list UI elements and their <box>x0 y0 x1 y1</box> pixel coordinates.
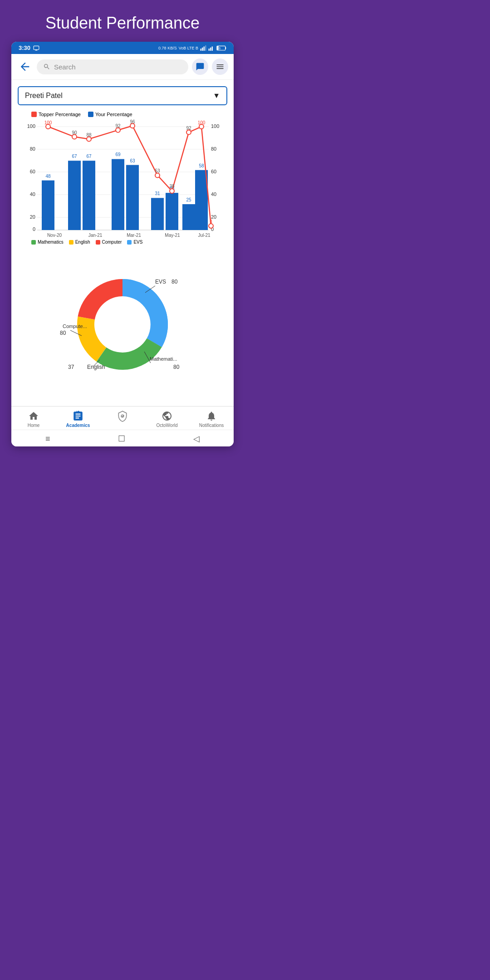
svg-rect-40 <box>151 198 164 230</box>
chat-icon <box>196 62 205 71</box>
english-value-donut: 37 <box>68 364 74 370</box>
page-title: Student Performance <box>0 0 245 42</box>
yours-legend-dot <box>88 112 93 117</box>
english-label-donut: English <box>87 364 105 370</box>
svg-rect-34 <box>83 161 95 230</box>
nav-home[interactable]: Home <box>20 410 47 428</box>
svg-text:100: 100 <box>44 120 52 125</box>
legend-computer: Computer <box>96 240 122 245</box>
svg-text:60: 60 <box>211 169 216 174</box>
svg-text:May-21: May-21 <box>165 233 180 238</box>
svg-text:100: 100 <box>27 123 35 129</box>
bar-chart-wrapper: 100 80 60 40 20 0 100 80 60 40 20 0 <box>18 120 227 238</box>
nav-notifications[interactable]: Notifications <box>198 410 225 428</box>
nav-home-label: Home <box>28 423 40 428</box>
home-icon <box>28 410 39 422</box>
nav-octoworld[interactable]: OctoWorld <box>153 410 181 428</box>
english-legend-color <box>69 240 74 245</box>
computer-value: 80 <box>60 330 66 336</box>
chart-legend-top: Topper Percentage Your Percentage <box>31 112 227 117</box>
evs-legend-color <box>127 240 132 245</box>
math-value: 80 <box>173 364 180 370</box>
search-bar[interactable]: Search <box>37 59 188 74</box>
svg-text:90: 90 <box>72 130 77 135</box>
svg-point-52 <box>116 128 120 132</box>
dropdown-arrow-icon: ▼ <box>213 92 220 100</box>
bottom-nav: Home Academics <box>11 406 234 430</box>
dropdown-selected-value: Preeti Patel <box>25 92 63 100</box>
math-label: Mathemati... <box>150 356 177 362</box>
svg-text:25: 25 <box>186 197 191 202</box>
svg-text:63: 63 <box>130 158 135 163</box>
svg-rect-9 <box>225 47 226 49</box>
computer-legend-color <box>96 240 100 245</box>
status-time: 3:30 <box>19 44 39 51</box>
system-menu-button[interactable]: ≡ <box>45 434 50 444</box>
system-home-button[interactable]: ☐ <box>118 434 125 444</box>
svg-rect-44 <box>182 204 195 230</box>
legend-math: Mathematics <box>31 240 64 245</box>
svg-text:53: 53 <box>155 168 160 173</box>
legend-yours: Your Percentage <box>88 112 132 117</box>
svg-text:48: 48 <box>45 174 51 179</box>
battery-icon: 6 <box>216 45 226 51</box>
svg-text:31: 31 <box>155 191 160 196</box>
bar-chart-container: Topper Percentage Your Percentage 100 80… <box>18 112 227 249</box>
svg-rect-1 <box>201 49 201 51</box>
svg-rect-46 <box>195 170 208 230</box>
svg-text:4: 4 <box>210 219 212 224</box>
signal-icon <box>200 45 206 51</box>
globe-icon <box>161 410 173 422</box>
svg-text:38: 38 <box>169 184 175 189</box>
svg-text:20: 20 <box>30 214 35 220</box>
svg-text:88: 88 <box>86 132 92 137</box>
svg-point-58 <box>209 224 213 228</box>
system-back-button[interactable]: ◁ <box>193 434 200 444</box>
svg-rect-42 <box>166 193 178 230</box>
toolbar-icons <box>192 59 228 75</box>
svg-text:69: 69 <box>115 152 121 157</box>
nav-octoworld-label: OctoWorld <box>156 423 177 428</box>
svg-text:96: 96 <box>130 120 135 124</box>
svg-text:100: 100 <box>211 123 219 129</box>
computer-label: Compute... <box>63 323 87 329</box>
math-legend-color <box>31 240 36 245</box>
svg-point-55 <box>170 189 174 193</box>
svg-text:58: 58 <box>199 163 204 168</box>
search-icon <box>43 63 50 70</box>
svg-text:0: 0 <box>33 226 35 232</box>
svg-text:40: 40 <box>211 191 216 197</box>
main-content: Preeti Patel ▼ Topper Percentage Your Pe… <box>11 80 234 406</box>
svg-text:Jan-21: Jan-21 <box>88 233 103 238</box>
svg-rect-0 <box>34 46 39 49</box>
svg-text:92: 92 <box>186 126 191 131</box>
academics-icon <box>72 410 84 422</box>
legend-evs: EVS <box>127 240 142 245</box>
menu-button[interactable] <box>212 59 228 75</box>
svg-text:Jul-21: Jul-21 <box>198 233 211 238</box>
svg-rect-5 <box>209 49 210 51</box>
system-nav: ≡ ☐ ◁ <box>11 430 234 446</box>
student-dropdown[interactable]: Preeti Patel ▼ <box>18 86 227 105</box>
nav-academics[interactable]: Academics <box>64 410 92 428</box>
svg-point-54 <box>155 173 160 177</box>
phone-frame: 3:30 0.78 KB/S VoB LTE B 6 <box>11 42 234 446</box>
topper-legend-dot <box>31 112 37 117</box>
evs-label: EVS <box>155 279 166 285</box>
bell-icon <box>206 410 217 422</box>
nav-academics-label: Academics <box>66 423 90 428</box>
svg-rect-36 <box>112 159 124 230</box>
plus-shield-icon <box>117 410 128 422</box>
nav-plus[interactable] <box>109 410 136 428</box>
svg-text:Nov-20: Nov-20 <box>47 233 62 238</box>
status-bar: 3:30 0.78 KB/S VoB LTE B 6 <box>11 42 234 54</box>
donut-chart-section: EVS 80 Mathemati... 80 English 37 Comput… <box>18 249 227 400</box>
back-button[interactable] <box>17 59 33 75</box>
chat-button[interactable] <box>192 59 208 75</box>
svg-point-56 <box>186 130 191 135</box>
bar-chart-svg: 100 80 60 40 20 0 100 80 60 40 20 0 <box>18 120 227 238</box>
svg-text:80: 80 <box>211 146 216 152</box>
svg-text:92: 92 <box>115 123 121 128</box>
svg-rect-32 <box>68 161 81 230</box>
svg-rect-38 <box>126 165 139 230</box>
